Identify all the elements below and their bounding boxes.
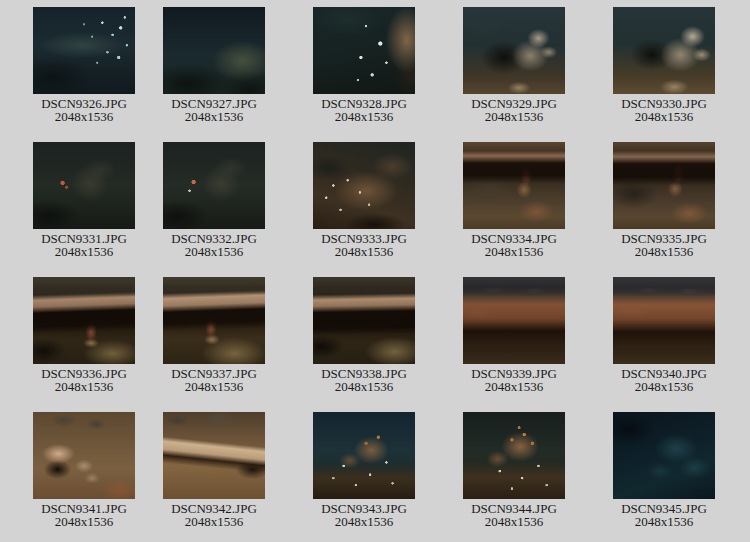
thumbnail-cell: DSCN9334.JPG 2048x1536: [463, 142, 565, 258]
thumbnail-cell: DSCN9343.JPG 2048x1536: [313, 412, 415, 528]
photo-dimensions: 2048x1536: [463, 380, 565, 393]
photo-thumbnail[interactable]: [33, 7, 135, 94]
thumbnail-cell: DSCN9339.JPG 2048x1536: [463, 277, 565, 393]
photo-thumbnail[interactable]: [463, 142, 565, 229]
thumbnail-cell: DSCN9338.JPG 2048x1536: [313, 277, 415, 393]
photo-thumbnail[interactable]: [463, 412, 565, 499]
photo-thumbnail[interactable]: [313, 277, 415, 364]
photo-dimensions: 2048x1536: [163, 515, 265, 528]
photo-thumbnail[interactable]: [613, 7, 715, 94]
photo-dimensions: 2048x1536: [163, 110, 265, 123]
photo-dimensions: 2048x1536: [613, 380, 715, 393]
photo-thumbnail[interactable]: [163, 412, 265, 499]
photo-dimensions: 2048x1536: [463, 110, 565, 123]
photo-thumbnail[interactable]: [313, 142, 415, 229]
photo-dimensions: 2048x1536: [613, 515, 715, 528]
photo-thumbnail[interactable]: [463, 7, 565, 94]
photo-thumbnail[interactable]: [313, 7, 415, 94]
thumbnail-cell: DSCN9328.JPG 2048x1536: [313, 7, 415, 123]
thumbnail-cell: DSCN9326.JPG 2048x1536: [33, 7, 135, 123]
thumbnail-grid: DSCN9326.JPG 2048x1536 DSCN9327.JPG 2048…: [0, 0, 750, 542]
thumbnail-cell: DSCN9332.JPG 2048x1536: [163, 142, 265, 258]
photo-thumbnail[interactable]: [163, 277, 265, 364]
photo-dimensions: 2048x1536: [613, 245, 715, 258]
photo-dimensions: 2048x1536: [33, 515, 135, 528]
thumbnail-cell: DSCN9335.JPG 2048x1536: [613, 142, 715, 258]
photo-thumbnail[interactable]: [33, 412, 135, 499]
photo-dimensions: 2048x1536: [33, 245, 135, 258]
photo-thumbnail[interactable]: [163, 7, 265, 94]
photo-dimensions: 2048x1536: [463, 515, 565, 528]
photo-thumbnail[interactable]: [163, 142, 265, 229]
photo-thumbnail[interactable]: [313, 412, 415, 499]
thumbnail-cell: DSCN9336.JPG 2048x1536: [33, 277, 135, 393]
photo-dimensions: 2048x1536: [163, 380, 265, 393]
photo-dimensions: 2048x1536: [313, 380, 415, 393]
thumbnail-cell: DSCN9330.JPG 2048x1536: [613, 7, 715, 123]
thumbnail-cell: DSCN9340.JPG 2048x1536: [613, 277, 715, 393]
thumbnail-cell: DSCN9331.JPG 2048x1536: [33, 142, 135, 258]
thumbnail-cell: DSCN9333.JPG 2048x1536: [313, 142, 415, 258]
photo-dimensions: 2048x1536: [313, 515, 415, 528]
photo-dimensions: 2048x1536: [313, 110, 415, 123]
thumbnail-cell: DSCN9341.JPG 2048x1536: [33, 412, 135, 528]
photo-thumbnail[interactable]: [613, 142, 715, 229]
photo-dimensions: 2048x1536: [33, 110, 135, 123]
thumbnail-cell: DSCN9342.JPG 2048x1536: [163, 412, 265, 528]
thumbnail-cell: DSCN9329.JPG 2048x1536: [463, 7, 565, 123]
thumbnail-cell: DSCN9344.JPG 2048x1536: [463, 412, 565, 528]
photo-thumbnail[interactable]: [613, 277, 715, 364]
photo-thumbnail[interactable]: [613, 412, 715, 499]
photo-dimensions: 2048x1536: [463, 245, 565, 258]
photo-thumbnail[interactable]: [33, 142, 135, 229]
photo-thumbnail[interactable]: [33, 277, 135, 364]
photo-dimensions: 2048x1536: [613, 110, 715, 123]
thumbnail-cell: DSCN9345.JPG 2048x1536: [613, 412, 715, 528]
thumbnail-cell: DSCN9337.JPG 2048x1536: [163, 277, 265, 393]
photo-thumbnail[interactable]: [463, 277, 565, 364]
photo-dimensions: 2048x1536: [163, 245, 265, 258]
photo-dimensions: 2048x1536: [33, 380, 135, 393]
photo-dimensions: 2048x1536: [313, 245, 415, 258]
thumbnail-cell: DSCN9327.JPG 2048x1536: [163, 7, 265, 123]
